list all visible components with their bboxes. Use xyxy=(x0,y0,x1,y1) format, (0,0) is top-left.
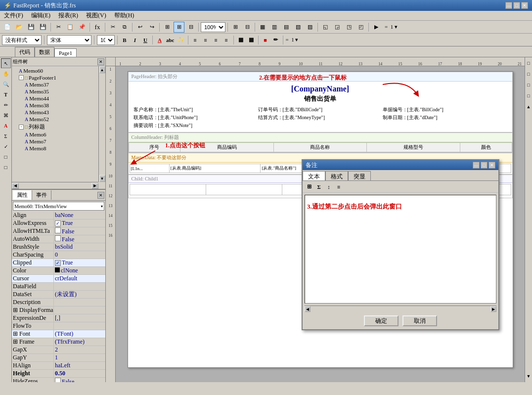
tool-draw[interactable]: ✏ xyxy=(1,100,11,110)
align-center[interactable]: ≡ xyxy=(201,36,210,44)
canvas-area[interactable]: PageHeader: 抬头部分 [CompanyName] 销售出货单 客户名… xyxy=(116,66,525,382)
tool-sigma[interactable]: Σ xyxy=(1,131,11,141)
tb-grid2[interactable]: ⊞ xyxy=(174,22,184,33)
checkbox-allowhtmlta[interactable] xyxy=(55,227,61,233)
close-button[interactable]: ✕ xyxy=(521,2,528,9)
tree-item-memo43[interactable]: A Memo43 xyxy=(13,109,104,116)
magic-button[interactable]: ✨ xyxy=(177,36,185,44)
props-tab-properties[interactable]: 属性 xyxy=(13,190,32,200)
right-tb-5[interactable]: ▲ xyxy=(526,102,532,112)
tool-check[interactable]: ✓ xyxy=(1,141,11,151)
font-color-button[interactable]: A xyxy=(155,36,164,44)
tb-align1[interactable]: ⊞ xyxy=(230,22,241,33)
expand-pagefooter1[interactable]: - xyxy=(19,75,24,80)
tb-r7[interactable]: ◲ xyxy=(332,22,343,33)
tool-select[interactable]: ↖ xyxy=(1,58,11,68)
prop-description[interactable]: Description xyxy=(12,299,105,307)
align-justify[interactable]: ≡ xyxy=(222,36,231,44)
tb-new[interactable]: 📄 xyxy=(2,22,13,33)
prop-allowexpress[interactable]: AllowExpress ✓True xyxy=(12,219,105,227)
prop-color[interactable]: Color clNone xyxy=(12,267,105,275)
prop-gapx[interactable]: GapX 2 xyxy=(12,346,105,354)
tree-close-btn[interactable]: ✕ xyxy=(97,58,104,65)
highlight-button[interactable]: abc xyxy=(166,36,175,44)
tb-cut2[interactable]: ✂ xyxy=(107,22,118,33)
tree-hscroll[interactable]: ◀ ▶ xyxy=(12,182,98,189)
tb-r1[interactable]: ▦ xyxy=(257,22,268,33)
tool-box1[interactable]: □ xyxy=(1,152,11,162)
tree-item-memo37[interactable]: A Memo37 xyxy=(13,81,104,88)
prop-gapy[interactable]: GapY 1 xyxy=(12,354,105,362)
tb-grid3[interactable]: ⊟ xyxy=(185,22,196,33)
prop-allowhtmlta[interactable]: AllowHTMLTa False xyxy=(12,227,105,235)
right-tb-2[interactable]: □ xyxy=(526,69,532,79)
italic-button[interactable]: I xyxy=(131,36,139,44)
font-select[interactable]: 宋体 xyxy=(47,35,91,45)
prop-flowto[interactable]: FlowTo xyxy=(12,322,105,330)
tb-align2[interactable]: ⊟ xyxy=(242,22,253,33)
prop-datafield[interactable]: DataField xyxy=(12,283,105,291)
tb-redo[interactable]: ↪ xyxy=(146,22,157,33)
tree-item-memo60[interactable]: A Memo60 xyxy=(13,67,104,74)
bg-color[interactable]: ■ xyxy=(261,36,270,44)
right-tb-1[interactable]: □ xyxy=(526,58,532,68)
prop-expressionde[interactable]: ExpressionDe [,] xyxy=(12,314,105,322)
size-select[interactable]: 10 xyxy=(97,35,115,45)
tb-open[interactable]: 📂 xyxy=(14,22,25,33)
prop-cursor[interactable]: Cursor crDefault xyxy=(12,275,105,283)
scroll-up-btn[interactable]: ▲ xyxy=(99,66,105,73)
right-tb-3[interactable]: □ xyxy=(526,80,532,90)
menu-report[interactable]: 报表(R) xyxy=(54,10,82,21)
tb-grid[interactable]: ⊞ xyxy=(162,22,173,33)
tab-data[interactable]: 数据 xyxy=(35,47,54,57)
right-tb-4[interactable]: □ xyxy=(526,91,532,101)
tree-item-memo8[interactable]: A Memo8 xyxy=(13,145,104,152)
props-close-btn[interactable]: ✕ xyxy=(97,192,104,199)
tree-item-memo7[interactable]: A Memo7 xyxy=(13,138,104,145)
tree-item-colheader[interactable]: - □ 列标题 xyxy=(13,123,104,131)
tool-a[interactable]: A xyxy=(1,121,11,131)
tree-item-memo52[interactable]: A Memo52 xyxy=(13,116,104,123)
tree-item-memo35[interactable]: A Memo35 xyxy=(13,88,104,95)
tool-box2[interactable]: □ xyxy=(1,162,11,172)
line-btn[interactable]: ✏ xyxy=(271,36,280,44)
tree-item-pagefooter1[interactable]: - □ PageFooter1 xyxy=(13,74,104,81)
prop-align[interactable]: Align baNone xyxy=(12,212,105,219)
tree-item-memo44[interactable]: A Memo44 xyxy=(13,95,104,102)
prop-font[interactable]: ⊞ Font (TFont) xyxy=(12,330,105,338)
tb-undo[interactable]: ↩ xyxy=(134,22,145,33)
prop-autowidth[interactable]: AutoWidth False xyxy=(12,235,105,243)
expand-colheader[interactable]: - xyxy=(19,125,24,130)
right-tb-6[interactable]: ▼ xyxy=(526,371,532,381)
maximize-button[interactable]: □ xyxy=(513,2,520,9)
checkbox-clipped[interactable]: ✓ xyxy=(55,260,61,266)
tb-r5[interactable]: ▨ xyxy=(305,22,315,33)
bold-button[interactable]: B xyxy=(120,36,129,44)
tb-save[interactable]: 💾 xyxy=(26,22,37,33)
prop-hidezeros[interactable]: HideZeros False xyxy=(12,378,105,382)
tb-r6[interactable]: ◱ xyxy=(320,22,331,33)
border-btn2[interactable]: ▦ xyxy=(247,36,256,44)
tb-r2[interactable]: ▥ xyxy=(269,22,280,33)
tool-pan[interactable]: ✋ xyxy=(1,69,11,79)
checkbox-allowexpress[interactable]: ✓ xyxy=(55,220,61,226)
prop-clipped[interactable]: Clipped ✓True xyxy=(12,259,105,267)
tree-item-memo6[interactable]: A Memo6 xyxy=(13,131,104,138)
zoom-select[interactable]: 100% 75% 150% xyxy=(201,22,225,32)
tab-code[interactable]: 代码 xyxy=(15,47,35,57)
underline-button[interactable]: U xyxy=(141,36,150,44)
prop-brushstyle[interactable]: BrushStyle bsSolid xyxy=(12,243,105,251)
tb-copy[interactable]: 📋 xyxy=(65,22,76,33)
minimize-button[interactable]: — xyxy=(505,2,512,9)
scroll-right-btn[interactable]: ▶ xyxy=(91,183,98,189)
menu-edit[interactable]: 编辑(E) xyxy=(27,10,54,21)
props-tab-events[interactable]: 事件 xyxy=(32,190,51,200)
tb-r9[interactable]: ◰ xyxy=(355,22,366,33)
tb-copy2[interactable]: ⧉ xyxy=(119,22,130,33)
tool-text[interactable]: T xyxy=(1,89,11,99)
prop-halign[interactable]: HAlign haLeft xyxy=(12,362,105,370)
tb-save2[interactable]: 💾 xyxy=(38,22,48,33)
tree-vscroll[interactable]: ▲ ▼ xyxy=(98,66,105,182)
tab-page1[interactable]: Page1 xyxy=(54,48,77,57)
border-btn[interactable]: ▦ xyxy=(236,36,245,44)
